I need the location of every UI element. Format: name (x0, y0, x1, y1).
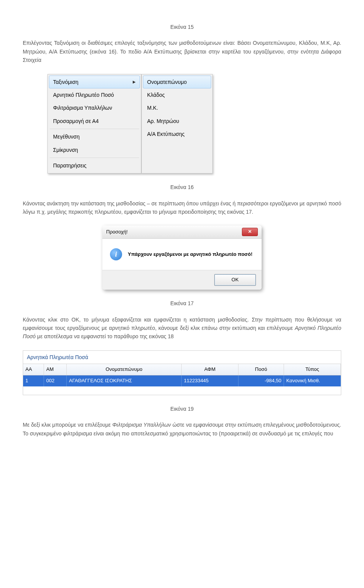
context-menu-figure: Ταξινόμιση ▶ Αρνητικό Πληρωτέο Ποσό Φιλτ… (47, 74, 341, 174)
text-run: με αποτέλεσμα να εμφανιστεί το παράθυρο … (37, 333, 174, 339)
col-header-afm[interactable]: ΑΦΜ (182, 364, 238, 375)
paragraph-4: Με δεξί κλικ μπορούμε να επιλέξουμε Φιλτ… (23, 421, 341, 438)
figure-15-caption: Εικόνα 15 (23, 23, 341, 31)
menu-item-remarks[interactable]: Παρατηρήσεις (49, 159, 140, 172)
grid-header-row: ΑΑ ΑΜ Ονοματεπώνυμο ΑΦΜ Ποσό Τύπος (23, 364, 341, 375)
cell-poso: -984,50 (238, 375, 284, 386)
context-menu-right: Ονοματεπώνυμο Κλάδος Μ.Κ. Αρ. Μητρώου Α/… (141, 74, 213, 174)
col-header-aa[interactable]: ΑΑ (23, 364, 44, 375)
menu-item-label: Φιλτράρισμα Υπαλλήλων (53, 104, 112, 112)
dialog-body: i Υπάρχουν εργαζόμενοι με αρνητικό πληρω… (102, 239, 262, 270)
menu-item-fit-a4[interactable]: Προσαρμογή σε Α4 (49, 115, 140, 128)
info-icon: i (110, 248, 122, 260)
menu-item-label: Αρ. Μητρώου (147, 117, 179, 125)
cell-am: 002 (44, 375, 67, 386)
figure-17-caption: Εικόνα 17 (23, 299, 341, 307)
grid-title: Αρνητικά Πληρωτέα Ποσά (23, 351, 341, 364)
submenu-arrow-icon: ▶ (133, 79, 136, 85)
menu-item-sort-branch[interactable]: Κλάδος (143, 88, 211, 101)
menu-item-label: Αρνητικό Πληρωτέο Ποσό (53, 91, 114, 99)
figure-19-caption: Εικόνα 19 (23, 405, 341, 413)
dialog-titlebar: Προσοχή! ✕ (102, 225, 262, 239)
menu-item-label: Προσαρμογή σε Α4 (53, 117, 99, 125)
menu-separator (50, 129, 139, 129)
col-header-type[interactable]: Τύπος (284, 364, 341, 375)
italic-term: Φιλτράρισμα Υπαλλήλων (112, 422, 171, 428)
col-header-name[interactable]: Ονοματεπώνυμο (67, 364, 182, 375)
menu-item-label: Ταξινόμιση (53, 78, 78, 86)
cell-name: ΑΓΑΘΑΓΓΕΛΟΣ ΙΣΟΚΡΑΤΗΣ (67, 375, 182, 386)
menu-item-label: Κλάδος (147, 91, 165, 99)
text-run: Κάνοντας κλικ στο ΟΚ, το μήνυμα εξαφανίζ… (23, 317, 341, 331)
menu-item-label: Α/Α Εκτύπωσης (147, 130, 185, 138)
cell-type: Κανονική Μισθ. (284, 375, 341, 386)
dialog-close-button[interactable]: ✕ (242, 228, 258, 236)
menu-separator (50, 158, 139, 158)
menu-item-negative-amount[interactable]: Αρνητικό Πληρωτέο Ποσό (49, 88, 140, 101)
text-run: Με δεξί κλικ μπορούμε να επιλέξουμε (23, 422, 112, 428)
menu-item-label: Σμίκρυνση (53, 146, 78, 154)
menu-item-zoom-out[interactable]: Σμίκρυνση (49, 143, 140, 156)
menu-item-label: Ονοματεπώνυμο (147, 78, 187, 86)
dialog-footer: OK (102, 270, 262, 290)
menu-item-label: Παρατηρήσεις (53, 161, 86, 170)
col-header-poso[interactable]: Ποσό (238, 364, 284, 375)
dialog-title-text: Προσοχή! (106, 228, 128, 236)
col-header-am[interactable]: ΑΜ (44, 364, 67, 375)
menu-item-label: Μ.Κ. (147, 104, 158, 112)
menu-item-sort-print-order[interactable]: Α/Α Εκτύπωσης (143, 128, 211, 140)
paragraph-3: Κάνοντας κλικ στο ΟΚ, το μήνυμα εξαφανίζ… (23, 315, 341, 341)
menu-item-sort-registry[interactable]: Αρ. Μητρώου (143, 115, 211, 128)
dialog-ok-button[interactable]: OK (214, 274, 256, 286)
paragraph-2: Κάνοντας ανάκτηση την κατάσταση της μισθ… (23, 199, 341, 216)
cell-aa: 1 (23, 375, 44, 386)
menu-item-zoom-in[interactable]: Μεγέθυνση (49, 130, 140, 143)
menu-item-label: Μεγέθυνση (53, 132, 80, 141)
menu-item-sort[interactable]: Ταξινόμιση ▶ (49, 76, 140, 88)
negative-amounts-grid: Αρνητικά Πληρωτέα Ποσά ΑΑ ΑΜ Ονοματεπώνυ… (23, 350, 341, 395)
context-menu-left: Ταξινόμιση ▶ Αρνητικό Πληρωτέο Ποσό Φιλτ… (47, 74, 141, 174)
menu-item-sort-mk[interactable]: Μ.Κ. (143, 101, 211, 114)
figure-16-caption: Εικόνα 16 (23, 183, 341, 191)
grid-data-row[interactable]: 1 002 ΑΓΑΘΑΓΓΕΛΟΣ ΙΣΟΚΡΑΤΗΣ 112233445 -9… (23, 375, 341, 386)
paragraph-1: Επιλέγοντας Ταξινόμιση οι διαθέσιμες επι… (23, 39, 341, 64)
cell-afm: 112233445 (182, 375, 238, 386)
menu-item-filter-employees[interactable]: Φιλτράρισμα Υπαλλήλων (49, 101, 140, 114)
menu-item-sort-name[interactable]: Ονοματεπώνυμο (143, 76, 211, 88)
grid-empty-space (23, 386, 341, 395)
warning-dialog: Προσοχή! ✕ i Υπάρχουν εργαζόμενοι με αρν… (102, 225, 262, 290)
dialog-message: Υπάρχουν εργαζόμενοι με αρνητικό πληρωτέ… (128, 251, 253, 259)
